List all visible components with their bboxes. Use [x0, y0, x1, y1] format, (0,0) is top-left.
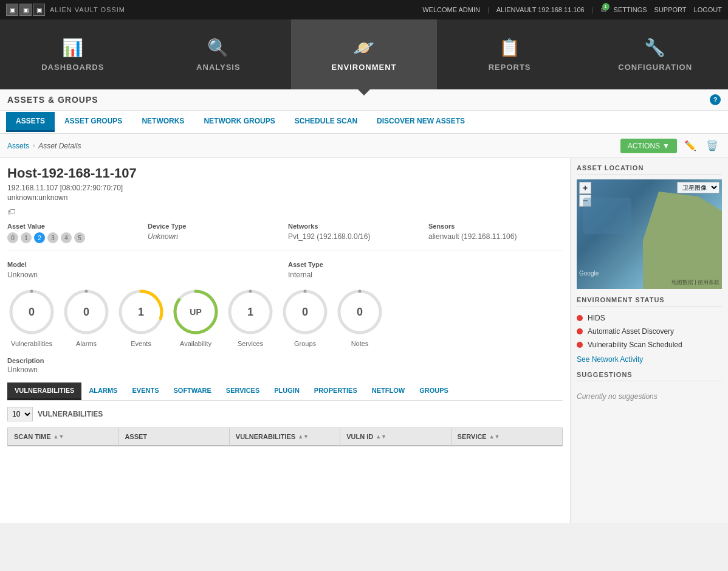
networks-value: Pvt_192 (192.168.0.0/16) [288, 232, 422, 241]
th-vuln-id[interactable]: VULN ID ▲▼ [340, 428, 451, 445]
top-bar-right: WELCOME ADMIN | ALIENVAULT 192.168.11.10… [422, 6, 722, 14]
circle-label-services: Services [238, 340, 263, 347]
settings-link[interactable]: SETTINGS [614, 6, 647, 13]
map-layer-select[interactable]: 卫星图像 地图 地名 [677, 182, 719, 193]
vuln-scan-dot [577, 342, 583, 348]
breadcrumb-current: Asset Details [38, 142, 81, 150]
tab-schedule-scan[interactable]: SCHEDULE SCAN [285, 112, 367, 132]
th-scan-time[interactable]: SCAN TIME ▲▼ [8, 428, 118, 445]
sort-icon-scan-time: ▲▼ [53, 434, 64, 440]
per-page-select[interactable]: 10 25 50 [7, 407, 33, 421]
circle-availability[interactable]: UP Availability [171, 288, 220, 347]
circle-groups[interactable]: 0 Groups [281, 288, 329, 347]
circle-alarms[interactable]: 0 Alarms [62, 288, 111, 347]
reports-icon: 📋 [499, 38, 521, 58]
nav-configuration[interactable]: 🔧 CONFIGURATION [582, 19, 728, 89]
nav-dashboards-label: DASHBOARDS [41, 63, 104, 72]
tab-network-groups[interactable]: NETWORK GROUPS [194, 112, 284, 132]
circle-events[interactable]: 1 Events [117, 288, 165, 347]
right-panel: ASSET LOCATION + − 卫星图像 地图 地名 Google 地图数… [570, 158, 728, 523]
map-google-logo: Google [579, 270, 599, 277]
sensors-label: Sensors [428, 223, 563, 230]
th-vulnerabilities-label: VULNERABILITIES [236, 433, 295, 440]
analysis-icon: 🔍 [207, 38, 229, 58]
support-link[interactable]: SUPPORT [654, 6, 687, 13]
tab-networks[interactable]: NETWORKS [132, 112, 194, 132]
sort-icon-vuln: ▲▼ [298, 434, 309, 440]
nav-configuration-label: CONFIGURATION [618, 63, 692, 72]
av-5[interactable]: 5 [74, 232, 85, 243]
circle-services[interactable]: 1 Services [226, 288, 275, 347]
server-text: ALIENVAULT 192.168.11.106 [496, 6, 585, 13]
av-3[interactable]: 3 [47, 232, 58, 243]
breadcrumb-parent[interactable]: Assets [7, 142, 29, 150]
btab-vulnerabilities[interactable]: VULNERABILITIES [7, 382, 81, 400]
circle-value-vulnerabilities: 0 [29, 306, 35, 319]
environment-icon: 🪐 [353, 38, 375, 58]
delete-button[interactable]: 🗑️ [704, 137, 721, 154]
btab-groups[interactable]: GROUPS [412, 382, 456, 400]
th-service[interactable]: SERVICE ▲▼ [452, 428, 562, 445]
th-vulnerabilities[interactable]: VULNERABILITIES ▲▼ [230, 428, 340, 445]
actions-label: ACTIONS [628, 142, 660, 150]
help-icon[interactable]: ? [710, 94, 721, 105]
asset-type-label: Asset Type [288, 261, 563, 268]
btab-netflow[interactable]: NETFLOW [365, 382, 412, 400]
vuln-table-header: SCAN TIME ▲▼ ASSET VULNERABILITIES ▲▼ VU… [7, 427, 563, 446]
networks-label: Networks [288, 223, 422, 230]
info-asset-value: Asset Value 0 1 2 3 4 5 [7, 223, 142, 243]
nav-reports[interactable]: 📋 REPORTS [437, 19, 583, 89]
sep2: | [592, 6, 594, 13]
btab-properties[interactable]: PROPERTIES [307, 382, 365, 400]
circle-notes[interactable]: 0 Notes [335, 288, 384, 347]
asset-type-value: Internal [288, 271, 563, 279]
btab-software[interactable]: SOFTWARE [166, 382, 218, 400]
left-panel: Host-192-168-11-107 192.168.11.107 [08:0… [0, 158, 570, 523]
av-4[interactable]: 4 [61, 232, 72, 243]
av-0[interactable]: 0 [7, 232, 18, 243]
av-2[interactable]: 2 [34, 232, 45, 243]
sort-icon-service: ▲▼ [489, 434, 500, 440]
circle-value-alarms: 0 [83, 306, 89, 319]
th-asset[interactable]: ASSET [118, 428, 229, 445]
av-1[interactable]: 1 [21, 232, 32, 243]
btab-services[interactable]: SERVICES [219, 382, 267, 400]
tab-discover-new-assets[interactable]: DISCOVER NEW ASSETS [367, 112, 475, 132]
logout-link[interactable]: LOGOUT [694, 6, 722, 13]
circles-row: 0 Vulnerabilities 0 Alarms 1 Events [7, 288, 563, 347]
circle-vulnerabilities[interactable]: 0 Vulnerabilities [7, 288, 56, 347]
circle-wrap-vulnerabilities: 0 [7, 288, 56, 336]
nav-environment[interactable]: 🪐 ENVIRONMENT [291, 19, 437, 89]
status-auto-discovery: Automatic Asset Discovery [577, 325, 722, 338]
tab-assets[interactable]: ASSETS [6, 112, 55, 132]
circle-label-vulnerabilities: Vulnerabilities [11, 340, 52, 347]
th-vuln-id-label: VULN ID [346, 433, 373, 440]
breadcrumb: Assets › Asset Details [7, 142, 81, 150]
mail-icon[interactable]: ✉ 1 [601, 6, 606, 14]
btab-alarms[interactable]: ALARMS [81, 382, 125, 400]
logo-text: ALIEN VAULT OSSIM [50, 6, 125, 13]
sensors-value: alienvault (192.168.11.106) [428, 232, 563, 241]
circle-value-availability: UP [190, 307, 201, 317]
see-network-link[interactable]: See Network Activity [577, 355, 722, 364]
main-content: Host-192-168-11-107 192.168.11.107 [08:0… [0, 158, 728, 523]
breadcrumb-actions: ACTIONS ▼ ✏️ 🗑️ [620, 137, 721, 154]
btab-plugin[interactable]: PLUGIN [267, 382, 307, 400]
sub-nav: ASSETS ASSET GROUPS NETWORKS NETWORK GRO… [0, 111, 728, 134]
circle-wrap-notes: 0 [335, 288, 384, 336]
model-value: Unknown [7, 271, 282, 279]
actions-button[interactable]: ACTIONS ▼ [620, 139, 677, 153]
auto-discovery-dot [577, 328, 583, 334]
logo: ▣ ▣ ▣ [6, 4, 45, 16]
nav-analysis[interactable]: 🔍 ANALYSIS [146, 19, 292, 89]
circle-label-events: Events [131, 340, 151, 347]
info-grid: Asset Value 0 1 2 3 4 5 Device Type Unkn… [7, 223, 563, 251]
asset-value-row: 0 1 2 3 4 5 [7, 232, 142, 243]
edit-button[interactable]: ✏️ [682, 137, 699, 154]
btab-events[interactable]: EVENTS [125, 382, 166, 400]
circle-wrap-groups: 0 [281, 288, 329, 336]
description-section: Description Unknown [7, 357, 563, 374]
tab-asset-groups[interactable]: ASSET GROUPS [55, 112, 132, 132]
map-zoom-in[interactable]: + [579, 182, 591, 194]
nav-dashboards[interactable]: 📊 DASHBOARDS [0, 19, 146, 89]
